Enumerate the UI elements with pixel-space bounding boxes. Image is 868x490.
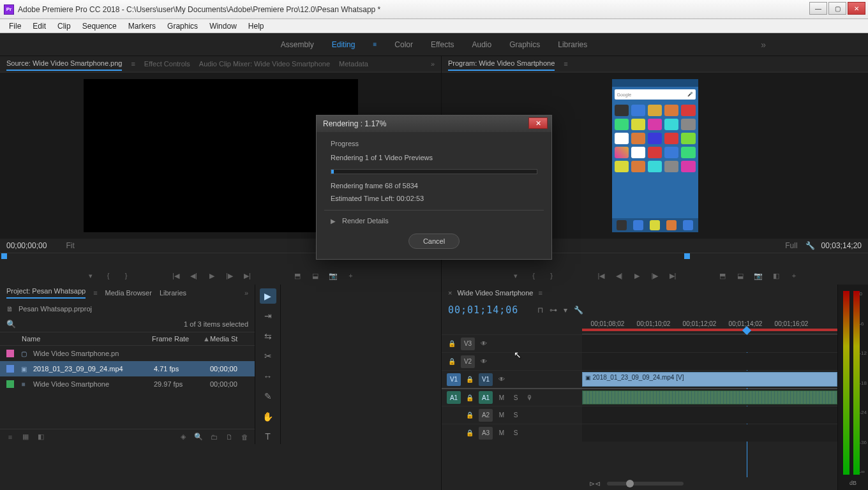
cancel-button[interactable]: Cancel xyxy=(408,234,460,249)
render-status-line: Rendering 1 of 1 Video Previews xyxy=(331,154,537,161)
dialog-titlebar[interactable]: Rendering : 1.17% ✕ xyxy=(317,115,551,132)
dialog-title: Rendering : 1.17% xyxy=(323,119,386,128)
progress-section-label: Progress xyxy=(331,140,537,147)
render-eta-line: Estimated Time Left: 00:02:53 xyxy=(331,195,537,202)
dialog-separator xyxy=(324,210,544,211)
chevron-right-icon: ▶ xyxy=(331,218,336,225)
render-progress-bar xyxy=(331,169,537,174)
render-frame-line: Rendering frame 68 of 5834 xyxy=(331,182,537,189)
render-progress-fill xyxy=(331,170,334,174)
render-details-label: Render Details xyxy=(342,217,389,225)
render-dialog: Rendering : 1.17% ✕ Progress Rendering 1… xyxy=(316,115,552,260)
render-details-toggle[interactable]: ▶ Render Details xyxy=(331,217,537,225)
dialog-close-button[interactable]: ✕ xyxy=(528,117,548,129)
dialog-backdrop: Rendering : 1.17% ✕ Progress Rendering 1… xyxy=(0,0,868,490)
